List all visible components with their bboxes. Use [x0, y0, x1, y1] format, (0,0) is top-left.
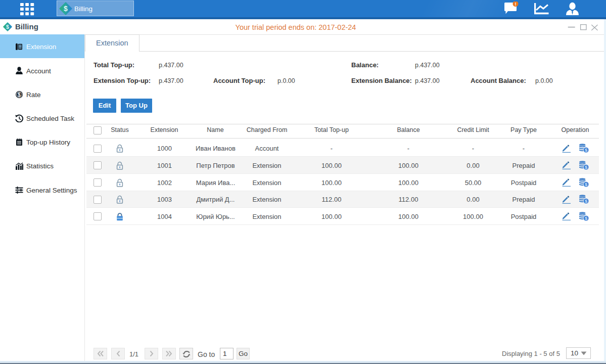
svg-text:$: $	[585, 199, 587, 204]
svg-text:$: $	[18, 91, 21, 97]
svg-text:$: $	[64, 5, 68, 13]
svg-text:$: $	[585, 148, 587, 153]
svg-text:$: $	[585, 216, 587, 221]
svg-text:$: $	[585, 182, 587, 187]
svg-text:$: $	[585, 165, 587, 170]
svg-text:!: !	[515, 2, 517, 7]
